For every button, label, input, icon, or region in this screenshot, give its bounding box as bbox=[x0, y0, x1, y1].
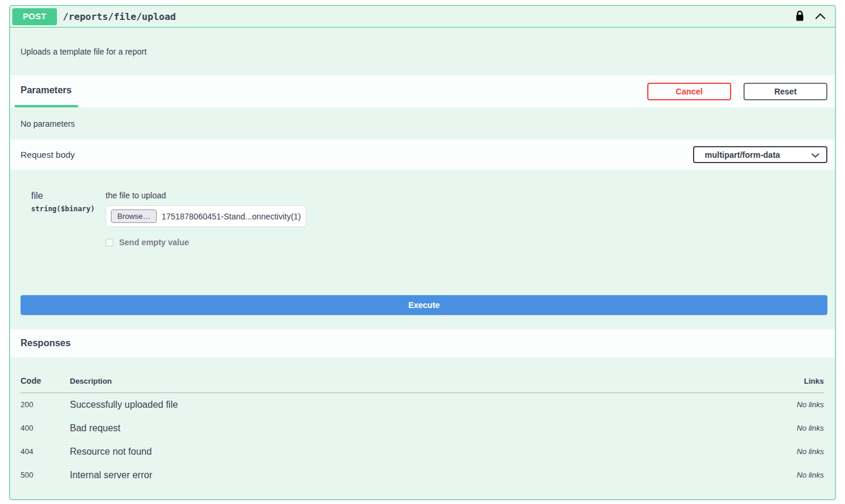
parameter-name: file bbox=[31, 191, 96, 201]
parameter-type: string($binary) bbox=[31, 205, 96, 213]
response-row-404: 404 Resource not found No links bbox=[21, 440, 824, 464]
endpoint-header[interactable]: POST /reports/file/upload bbox=[10, 6, 835, 28]
responses-header: Responses bbox=[10, 329, 835, 357]
endpoint-description: Uploads a template file for a report bbox=[21, 47, 147, 56]
responses-table: Code Description Links 200 Successfully … bbox=[21, 357, 824, 487]
response-row-400: 400 Bad request No links bbox=[21, 417, 824, 440]
content-type-value: multipart/form-data bbox=[705, 150, 812, 160]
response-links: No links bbox=[753, 440, 824, 464]
no-parameters-message: No parameters bbox=[21, 119, 75, 128]
no-parameters-section: No parameters bbox=[10, 107, 835, 140]
parameter-description: the file to upload bbox=[106, 191, 827, 200]
response-code: 400 bbox=[21, 417, 70, 440]
response-row-200: 200 Successfully uploaded file No links bbox=[21, 393, 824, 417]
column-code: Code bbox=[21, 357, 70, 393]
column-links: Links bbox=[753, 357, 824, 393]
request-body-form: file string($binary) the file to upload … bbox=[10, 170, 835, 329]
endpoint-card: POST /reports/file/upload bbox=[9, 5, 836, 500]
send-empty-checkbox[interactable] bbox=[106, 239, 113, 246]
column-description: Description bbox=[70, 357, 753, 393]
chevron-down-icon bbox=[812, 150, 819, 160]
file-name: 1751878060451-Stand...onnectivity(1).xls… bbox=[161, 212, 301, 221]
response-row-500: 500 Internal server error No links bbox=[21, 464, 824, 487]
response-links: No links bbox=[753, 417, 824, 440]
auth-lock-button[interactable] bbox=[794, 9, 806, 25]
collapse-button[interactable] bbox=[814, 11, 827, 22]
response-description: Internal server error bbox=[70, 464, 753, 487]
response-code: 404 bbox=[21, 440, 70, 464]
response-links: No links bbox=[753, 393, 824, 417]
content-type-select[interactable]: multipart/form-data bbox=[693, 146, 827, 163]
request-body-header: Request body multipart/form-data bbox=[10, 140, 835, 170]
responses-table-header: Code Description Links bbox=[21, 357, 824, 393]
responses-section: Code Description Links 200 Successfully … bbox=[10, 357, 835, 499]
endpoint-path: /reports/file/upload bbox=[63, 11, 176, 22]
response-description: Resource not found bbox=[70, 440, 753, 464]
response-description: Bad request bbox=[70, 417, 753, 440]
browse-button[interactable]: Browse… bbox=[111, 209, 157, 223]
send-empty-label: Send empty value bbox=[119, 238, 189, 247]
response-links: No links bbox=[753, 464, 824, 487]
parameter-row-file: file string($binary) the file to upload … bbox=[31, 191, 827, 247]
file-input[interactable]: Browse… 1751878060451-Stand...onnectivit… bbox=[106, 205, 306, 227]
chevron-up-icon bbox=[815, 12, 826, 21]
parameters-header: Parameters Cancel Reset bbox=[10, 75, 835, 107]
lock-icon bbox=[795, 10, 805, 23]
tab-parameters[interactable]: Parameters bbox=[15, 75, 78, 107]
execute-button[interactable]: Execute bbox=[21, 295, 827, 315]
response-code: 200 bbox=[21, 393, 70, 417]
reset-button[interactable]: Reset bbox=[743, 83, 827, 100]
method-badge: POST bbox=[12, 8, 57, 25]
responses-title: Responses bbox=[21, 338, 70, 349]
response-description: Successfully uploaded file bbox=[70, 393, 753, 417]
cancel-button[interactable]: Cancel bbox=[647, 83, 731, 100]
endpoint-description-section: Uploads a template file for a report bbox=[10, 28, 835, 75]
request-body-label: Request body bbox=[21, 150, 75, 160]
response-code: 500 bbox=[21, 464, 70, 487]
